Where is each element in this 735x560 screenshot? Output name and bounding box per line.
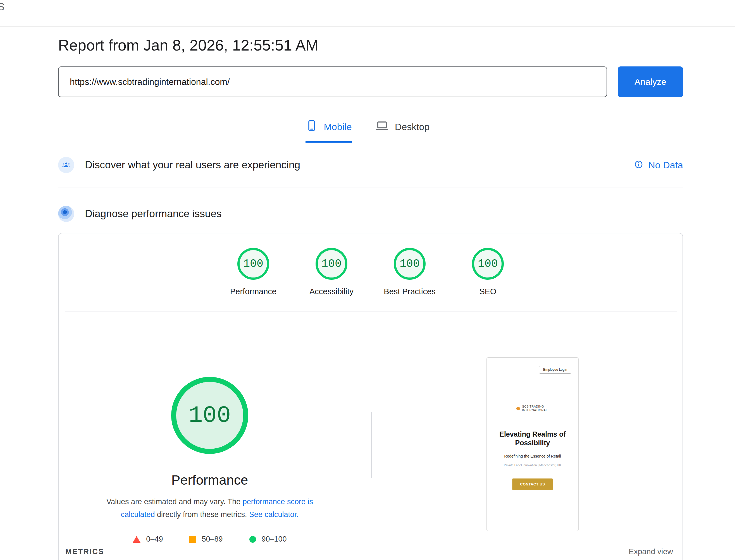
field-data-title: Discover what your real users are experi… [85, 159, 300, 171]
diagnose-section-header: Diagnose performance issues [58, 206, 683, 222]
url-input[interactable] [58, 66, 607, 97]
score-item-best-practices[interactable]: 100 Best Practices [371, 248, 449, 296]
tab-desktop[interactable]: Desktop [375, 119, 430, 143]
preview-subheading: Redefining the Essence of Retail [487, 454, 578, 458]
legend-fail-range: 0–49 [146, 535, 163, 544]
score-item-accessibility[interactable]: 100 Accessibility [292, 248, 371, 296]
accessibility-score-gauge: 100 [315, 248, 347, 280]
accessibility-score-label: Accessibility [309, 287, 353, 296]
header-divider [0, 26, 735, 27]
no-data-label: No Data [648, 160, 683, 171]
vertical-divider [371, 412, 372, 478]
green-circle-icon [249, 536, 256, 543]
description-text-2: directly from these metrics. [155, 510, 249, 519]
desktop-laptop-icon [375, 119, 389, 135]
tab-mobile-label: Mobile [324, 121, 352, 132]
preview-brand-logo: SCB TRADING INTERNATIONAL [487, 405, 578, 412]
tab-desktop-label: Desktop [395, 121, 430, 132]
legend-average-range: 50–89 [202, 535, 222, 544]
preview-employee-login-button: Employee Login [539, 366, 571, 374]
field-data-section-header: Discover what your real users are experi… [58, 157, 683, 173]
brand-logo-icon [516, 407, 520, 410]
red-triangle-icon [133, 536, 140, 543]
legend-item-pass: 90–100 [249, 535, 287, 544]
score-item-performance[interactable]: 100 Performance [214, 248, 292, 296]
legend-item-average: 50–89 [189, 535, 222, 544]
metrics-header-row: METRICS Expand view [65, 547, 673, 556]
seo-score-label: SEO [479, 287, 496, 296]
seo-score-gauge: 100 [472, 248, 504, 280]
device-tabs: Mobile Desktop [0, 119, 735, 143]
performance-score-label: Performance [230, 287, 276, 296]
preview-heading: Elevating Realms of Possibility [497, 430, 569, 447]
header-text-fragment: S [0, 1, 4, 13]
analyze-button[interactable]: Analyze [618, 66, 683, 97]
report-title: Report from Jan 8, 2026, 12:55:51 AM [58, 36, 318, 54]
performance-gauge: 100 [171, 377, 248, 454]
card-divider [65, 312, 677, 312]
expand-view-button[interactable]: Expand view [629, 547, 673, 556]
preview-contact-us-button: CONTACT US [512, 478, 553, 490]
score-item-seo[interactable]: 100 SEO [449, 248, 527, 296]
info-icon [634, 160, 643, 170]
diagnose-title: Diagnose performance issues [85, 208, 221, 220]
section-divider [58, 188, 683, 188]
tab-mobile[interactable]: Mobile [305, 119, 352, 143]
score-legend: 0–49 50–89 90–100 [92, 535, 327, 544]
legend-item-fail: 0–49 [133, 535, 163, 544]
performance-description: Values are estimated and may vary. The p… [92, 495, 327, 521]
performance-score-gauge: 100 [237, 248, 269, 280]
no-data-link[interactable]: No Data [634, 160, 683, 171]
metrics-section-title: METRICS [65, 547, 104, 556]
mobile-phone-icon [305, 119, 318, 134]
preview-tagline: Private Label Innovation | Manchester, U… [487, 463, 578, 467]
see-calculator-link[interactable]: See calculator. [249, 510, 298, 519]
brand-logo-text: SCB TRADING INTERNATIONAL [522, 405, 549, 412]
orange-square-icon [189, 536, 196, 543]
category-scores-row: 100 Performance 100 Accessibility 100 Be… [59, 248, 683, 296]
best-practices-score-gauge: 100 [394, 248, 426, 280]
performance-heading: Performance [126, 472, 293, 488]
users-icon [58, 157, 74, 173]
legend-pass-range: 90–100 [262, 535, 287, 544]
page-screenshot-thumbnail: Employee Login SCB TRADING INTERNATIONAL… [487, 357, 579, 531]
best-practices-score-label: Best Practices [384, 287, 435, 296]
speedometer-icon [58, 206, 74, 222]
report-card: 100 Performance 100 Accessibility 100 Be… [58, 233, 683, 560]
description-text-1: Values are estimated and may vary. The [106, 497, 243, 506]
pagespeed-report-page: S Report from Jan 8, 2026, 12:55:51 AM A… [0, 0, 735, 560]
